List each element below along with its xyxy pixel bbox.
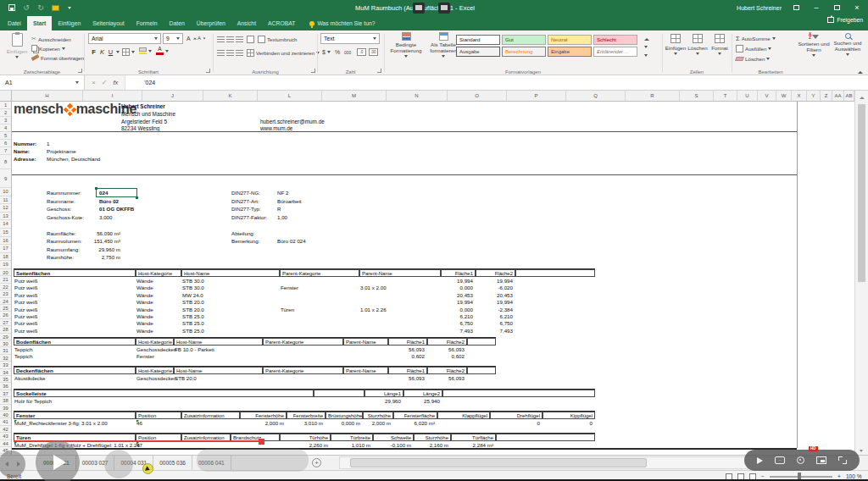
cell: Fenster [281,285,357,291]
zoom-out-button[interactable]: − [761,473,765,479]
table-column-header: Parent-Name [359,269,441,277]
cell: 6,210 [476,313,513,320]
table-column-header: Kippflügel [542,412,595,419]
table-column-header: Parent-Kategorie [263,338,343,346]
field-value: 1 [47,141,49,147]
section-title-boden: Bodenflächen [14,338,136,346]
cell: 7,493 [476,328,513,334]
excel-window: ↺ ↻ MuM Raumbuch (Ausbauflächen)1 - Exce… [0,0,868,481]
selected-cell-border [96,188,137,197]
comment-marker [136,420,139,423]
cell: Wände [136,285,179,291]
vertical-scrollbar[interactable] [854,91,868,455]
cell: STB 20.0 [182,307,277,313]
field-label: DIN277-Faktor: [231,214,267,221]
table-column-header: Fläche1 [441,269,476,277]
cell: FB 10.0 - Parkett [175,346,260,353]
player-overlay-circle-2 [104,450,133,478]
fullscreen-icon[interactable] [838,456,847,464]
table-column-header: Schwelle [373,434,414,441]
field-value: 29,960 m [51,246,120,253]
field-label: DIN277-Typ: [231,206,261,213]
play-icon [53,455,66,470]
settings-gear-icon[interactable] [797,456,804,464]
cell: MW 24.0 [182,292,277,299]
table-column-header: Host-Name [174,367,263,374]
captions-icon[interactable]: ·· [775,456,785,464]
table-column-header: Drehflügel [490,412,542,419]
cell: 6,210 [442,313,473,320]
cell: Geschossdecken [136,375,171,382]
scroll-down-icon[interactable] [860,446,863,455]
table-column-header: Fläche1 [388,367,427,374]
field-value: NF 2 [277,190,288,196]
cell: Wände [136,328,179,334]
worksheet[interactable]: menschmaschineHubert SchreinerMensch und… [0,0,868,481]
cursor-icon [145,466,151,473]
cell: 6,020 m² [394,420,435,427]
player-play-icon[interactable] [757,457,763,464]
logo-x-mark-icon [63,102,76,116]
pip-icon[interactable] [816,456,826,464]
field-value: Projektname [47,148,76,155]
keystroke-overlay-pill [197,449,309,472]
new-sheet-button[interactable]: + [312,458,321,467]
field-value: 01 OG OKFFB [99,206,134,213]
vertical-scroll-thumb[interactable] [858,104,865,282]
section-title-fenster: Fenster [14,412,136,419]
cell: MuM_Rechteckfenster 3-flg: 3.01 x 2.00 [14,420,133,427]
cell: Holz für Teppich [14,398,311,405]
contact-line: Argelsrieder Feld 5 [121,119,167,126]
cell: Putz weiß [14,307,133,313]
table-column-header: Sturzhöhe [414,434,451,441]
zoom-slider[interactable] [770,476,832,478]
company-logo: menschmaschine [14,102,136,117]
field-label: Bemerkung: [231,238,259,245]
cell: STB 25.0 [182,320,277,327]
field-label: Abteilung: [231,230,255,237]
horizontal-scroll-thumb[interactable] [350,458,647,467]
cell: 0 [491,420,540,427]
cell: Türen [281,307,357,313]
table-column-header [496,434,595,441]
sheet-tab-4[interactable]: 00005 036 [153,456,192,470]
contact-line: Mensch und Maschine [121,111,175,119]
scroll-up-icon[interactable] [860,93,865,102]
cell: 19,994 [442,299,473,306]
cell: Wände [136,292,179,299]
comment-marker [14,442,17,445]
table-column-header [467,367,496,374]
click-indicator [142,463,153,474]
cell: Geschossdecken [136,346,171,353]
cell: 56,093 [428,375,465,382]
table-column-header: Türfläche [451,434,496,441]
table-column-header: Fensterhöhe [240,412,287,419]
section-title-decken: Deckenflächen [14,367,136,374]
cell: 1.01 x 2.26 [360,307,438,313]
video-play-button[interactable] [36,440,80,481]
cell: STB 25.0 [182,313,277,320]
table-column-header: Türhöhe [280,434,331,441]
section-title-sockel: Sockelleiste [14,390,314,397]
table-column-header: Türbreite [331,434,373,441]
table-column-header: Fläche2 [427,338,467,346]
cell: Putz weiß [14,313,133,320]
cell: 3,010 m [287,420,323,427]
cell: Wände [136,307,179,313]
cell: -2,384 [476,307,513,313]
cell: 0,000 [442,285,473,291]
field-label: Raumnummer: [47,190,81,196]
table-column-header [442,390,595,397]
page-bottom-border [12,448,797,450]
field-value: R [277,206,281,213]
field-value: Büroarbeit [277,198,302,205]
zoom-in-button[interactable]: + [837,473,841,479]
field-label: Geschoss-Kote: [47,214,84,221]
field-value: München, Deutschland [47,156,100,163]
cell: Wände [136,299,179,306]
table-column-header: Länge2 [403,390,442,397]
table-column-header: Parent-Name [343,338,388,346]
selection-fill-handle [136,196,138,199]
table-column-header: Parent-Kategorie [280,269,359,277]
cell: -6,020 [476,285,513,291]
